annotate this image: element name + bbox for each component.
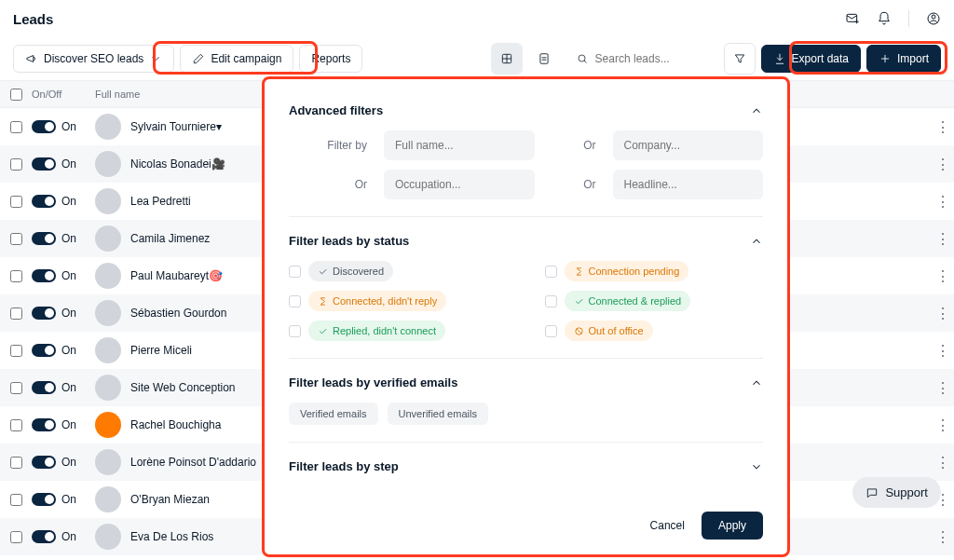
toggle-onoff[interactable]: On	[32, 232, 89, 245]
status-ooo-checkbox[interactable]	[545, 325, 557, 337]
toggle-onoff[interactable]: On	[32, 120, 89, 133]
row-menu-button[interactable]: ⋮	[932, 305, 954, 322]
status-pending-checkbox[interactable]	[545, 266, 557, 278]
chevron-down-icon[interactable]	[750, 460, 763, 473]
discover-leads-dropdown[interactable]: Discover SEO leads	[13, 45, 174, 73]
csv-button[interactable]	[528, 43, 560, 75]
avatar	[95, 300, 121, 326]
row-menu-button[interactable]: ⋮	[932, 118, 954, 136]
row-checkbox[interactable]	[10, 494, 22, 506]
apply-button[interactable]: Apply	[702, 512, 763, 540]
status-replied-checkbox[interactable]	[545, 295, 557, 307]
avatar	[95, 114, 121, 140]
verified-emails-chip[interactable]: Verified emails	[289, 403, 378, 425]
toggle-onoff[interactable]: On	[32, 269, 89, 282]
row-menu-button[interactable]: ⋮	[932, 454, 954, 471]
row-checkbox[interactable]	[10, 419, 22, 431]
toggle-onoff[interactable]: On	[32, 493, 89, 506]
row-menu-button[interactable]: ⋮	[932, 379, 954, 397]
bell-icon[interactable]	[877, 11, 892, 26]
col-fullname: Full name	[89, 89, 276, 100]
import-button[interactable]: Import	[866, 45, 941, 73]
avatar	[95, 449, 121, 475]
toggle-onoff[interactable]: On	[32, 381, 89, 394]
toggle-onoff[interactable]: On	[32, 195, 89, 208]
row-checkbox[interactable]	[10, 270, 22, 282]
plus-icon	[879, 52, 892, 65]
pill-connected-noreply: Connected, didn't reply	[308, 291, 446, 311]
search-input[interactable]	[595, 52, 707, 65]
lead-name: Site Web Conception	[130, 381, 236, 394]
row-menu-button[interactable]: ⋮	[932, 156, 954, 173]
select-all-checkbox[interactable]	[10, 89, 22, 101]
row-checkbox[interactable]	[10, 531, 22, 543]
occupation-filter-input[interactable]	[384, 170, 535, 199]
page-title: Leads	[13, 11, 53, 27]
reports-button[interactable]: Reports	[299, 45, 362, 73]
cancel-button[interactable]: Cancel	[650, 519, 685, 532]
csv-icon	[538, 52, 551, 65]
headline-filter-input[interactable]	[613, 170, 764, 199]
export-data-button[interactable]: Export data	[761, 45, 861, 73]
discover-label: Discover SEO leads	[44, 52, 143, 65]
filter-icon	[733, 52, 746, 65]
on-label: On	[61, 307, 76, 320]
columns-button[interactable]	[491, 43, 523, 75]
svg-rect-4	[540, 54, 548, 64]
toggle-onoff[interactable]: On	[32, 530, 89, 543]
svg-point-5	[579, 55, 585, 61]
row-menu-button[interactable]: ⋮	[932, 342, 954, 360]
row-checkbox[interactable]	[10, 382, 22, 394]
toggle-onoff[interactable]: On	[32, 307, 89, 320]
edit-campaign-button[interactable]: Edit campaign	[180, 45, 293, 73]
row-menu-button[interactable]: ⋮	[932, 528, 954, 546]
row-menu-button[interactable]: ⋮	[932, 417, 954, 434]
on-label: On	[61, 493, 76, 506]
lead-name: Lea Pedretti	[130, 195, 191, 208]
on-label: On	[61, 269, 76, 282]
lead-name: Sébastien Gourdon	[130, 307, 226, 320]
support-button[interactable]: Support	[852, 477, 941, 508]
row-checkbox[interactable]	[10, 196, 22, 208]
divider	[908, 10, 909, 27]
status-noconnect-checkbox[interactable]	[289, 325, 301, 337]
search-leads[interactable]	[566, 43, 718, 75]
row-checkbox[interactable]	[10, 307, 22, 320]
mail-icon[interactable]	[845, 11, 860, 26]
filter-button[interactable]	[724, 43, 756, 75]
fullname-filter-input[interactable]	[384, 130, 535, 160]
on-label: On	[61, 381, 76, 394]
company-filter-input[interactable]	[613, 130, 764, 160]
chevron-up-icon[interactable]	[750, 104, 763, 117]
user-icon[interactable]	[926, 11, 941, 26]
or-label: Or	[546, 139, 602, 152]
row-checkbox[interactable]	[10, 457, 22, 469]
toggle-onoff[interactable]: On	[32, 456, 89, 469]
row-menu-button[interactable]: ⋮	[932, 230, 954, 248]
on-label: On	[61, 232, 76, 245]
row-menu-button[interactable]: ⋮	[932, 267, 954, 285]
on-label: On	[61, 120, 76, 133]
grid-icon	[500, 52, 513, 65]
row-menu-button[interactable]: ⋮	[932, 193, 954, 211]
row-checkbox[interactable]	[10, 345, 22, 357]
avatar	[95, 225, 121, 252]
toggle-onoff[interactable]: On	[32, 157, 89, 171]
unverified-emails-chip[interactable]: Unverified emails	[388, 403, 488, 425]
row-checkbox[interactable]	[10, 121, 22, 133]
avatar	[95, 263, 121, 289]
status-discovered-checkbox[interactable]	[289, 266, 301, 278]
lead-name: Camila Jimenez	[130, 232, 210, 245]
status-noreply-checkbox[interactable]	[289, 295, 301, 307]
toggle-onoff[interactable]: On	[32, 418, 89, 431]
col-onoff: On/Off	[32, 89, 89, 100]
chevron-up-icon[interactable]	[750, 376, 763, 389]
filter-status-title: Filter leads by status	[289, 234, 409, 248]
row-checkbox[interactable]	[10, 158, 22, 171]
hourglass-icon	[318, 296, 328, 307]
check-icon	[318, 266, 328, 277]
chevron-up-icon[interactable]	[750, 235, 763, 248]
row-checkbox[interactable]	[10, 233, 22, 245]
avatar	[95, 375, 121, 401]
toggle-onoff[interactable]: On	[32, 344, 89, 357]
